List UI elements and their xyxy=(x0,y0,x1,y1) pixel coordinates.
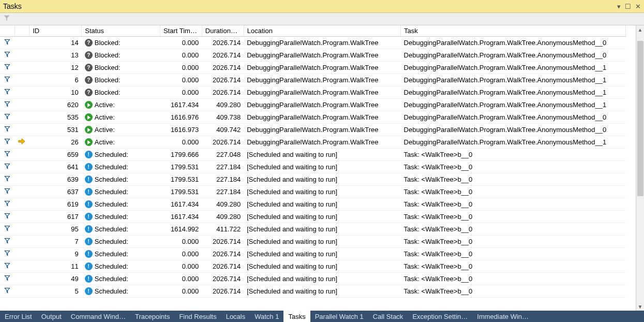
scroll-thumb[interactable] xyxy=(637,41,643,196)
tab-find-results[interactable]: Find Results xyxy=(174,311,221,322)
table-row[interactable]: 531Active:1616.973409.742DebuggingParall… xyxy=(0,124,626,136)
table-row[interactable]: 620Active:1617.434409.280DebuggingParall… xyxy=(0,99,626,111)
col-id[interactable]: ID xyxy=(29,25,82,37)
status-icon xyxy=(85,188,93,196)
flag-icon[interactable] xyxy=(4,262,10,270)
tab-parallel-watch-1[interactable]: Parallel Watch 1 xyxy=(310,311,368,322)
table-row[interactable]: 12Blocked:0.0002026.714DebuggingParallel… xyxy=(0,62,626,74)
tab-error-list[interactable]: Error List xyxy=(0,311,37,322)
flag-icon[interactable] xyxy=(4,151,10,158)
window-options-button[interactable]: ▾ xyxy=(617,3,621,10)
scroll-down-button[interactable]: ▼ xyxy=(636,302,644,311)
table-row[interactable]: 617Scheduled:1617.434409.280[Scheduled a… xyxy=(0,211,626,223)
tab-tasks[interactable]: Tasks xyxy=(283,311,310,322)
table-row[interactable]: 535Active:1616.976409.738DebuggingParall… xyxy=(0,111,626,124)
tab-call-stack[interactable]: Call Stack xyxy=(368,311,408,322)
col-flag[interactable] xyxy=(0,25,14,37)
flag-icon[interactable] xyxy=(4,138,10,146)
tab-output[interactable]: Output xyxy=(37,311,66,322)
table-row[interactable]: 9Scheduled:0.0002026.714[Scheduled and w… xyxy=(0,248,626,260)
cell-id: 95 xyxy=(29,223,82,236)
cell-location: DebuggingParallelWatch.Program.WalkTree xyxy=(244,74,400,86)
maximize-button[interactable]: ☐ xyxy=(625,3,631,10)
table-row[interactable]: 7Scheduled:0.0002026.714[Scheduled and w… xyxy=(0,236,626,248)
table-row[interactable]: 95Scheduled:1614.992411.722[Scheduled an… xyxy=(0,223,626,236)
flag-icon[interactable] xyxy=(4,89,10,96)
cell-start: 1616.973 xyxy=(160,124,202,136)
table-row[interactable]: 10Blocked:0.0002026.714DebuggingParallel… xyxy=(0,86,626,99)
flag-icon[interactable] xyxy=(4,275,10,283)
tab-command-wind[interactable]: Command Wind… xyxy=(66,311,130,322)
flag-icon[interactable] xyxy=(4,213,10,221)
cell-start: 1617.434 xyxy=(160,198,202,211)
table-row[interactable]: 26Active:0.0002026.714DebuggingParallelW… xyxy=(0,136,626,149)
flag-icon[interactable] xyxy=(4,126,10,134)
current-task-icon xyxy=(18,139,25,147)
col-status[interactable]: Status xyxy=(82,25,160,37)
flag-icon[interactable] xyxy=(4,175,10,183)
vertical-scrollbar[interactable]: ▲ ▼ xyxy=(636,25,644,311)
flag-icon[interactable] xyxy=(4,39,10,47)
tab-locals[interactable]: Locals xyxy=(221,311,250,322)
tab-exception-settin[interactable]: Exception Settin… xyxy=(408,311,472,322)
scroll-up-button[interactable]: ▲ xyxy=(636,25,644,34)
close-button[interactable]: ✕ xyxy=(635,3,641,10)
flag-icon[interactable] xyxy=(4,51,10,59)
table-row[interactable]: 641Scheduled:1799.531227.184[Scheduled a… xyxy=(0,161,626,173)
table-row[interactable]: 639Scheduled:1799.531227.184[Scheduled a… xyxy=(0,173,626,186)
table-row[interactable]: 49Scheduled:0.0002026.714[Scheduled and … xyxy=(0,273,626,285)
cell-duration: 227.184 xyxy=(202,186,244,198)
cell-task: Task: <WalkTree>b__0 xyxy=(401,273,626,285)
cell-start: 1799.531 xyxy=(160,186,202,198)
table-row[interactable]: 619Scheduled:1617.434409.280[Scheduled a… xyxy=(0,198,626,211)
col-start[interactable]: Start Tim… xyxy=(160,25,202,37)
flag-icon[interactable] xyxy=(4,163,10,171)
cell-location: [Scheduled and waiting to run] xyxy=(244,186,400,198)
flag-icon[interactable] xyxy=(4,250,10,258)
cell-id: 14 xyxy=(29,37,82,49)
cell-status: Scheduled: xyxy=(85,250,157,258)
tasks-grid[interactable]: ID Status Start Tim… Duration… Location … xyxy=(0,25,636,311)
tab-immediate-win[interactable]: Immediate Win… xyxy=(472,311,533,322)
table-row[interactable]: 14Blocked:0.0002026.714DebuggingParallel… xyxy=(0,37,626,49)
flag-icon[interactable] xyxy=(4,200,10,208)
flag-icon[interactable] xyxy=(4,287,10,295)
cell-status: Scheduled: xyxy=(85,238,157,245)
cell-task: Task: <WalkTree>b__0 xyxy=(401,149,626,161)
title-bar[interactable]: Tasks ▾ ☐ ✕ xyxy=(0,0,644,13)
cell-task: Task: <WalkTree>b__0 xyxy=(401,198,626,211)
tab-watch-1[interactable]: Watch 1 xyxy=(250,311,283,322)
flag-icon[interactable] xyxy=(4,238,10,245)
flag-icon[interactable] xyxy=(4,188,10,196)
cell-location: [Scheduled and waiting to run] xyxy=(244,248,400,260)
table-row[interactable]: 11Scheduled:0.0002026.714[Scheduled and … xyxy=(0,260,626,273)
col-current[interactable] xyxy=(14,25,29,37)
cell-location: DebuggingParallelWatch.Program.WalkTree xyxy=(244,49,400,62)
cell-status: Scheduled: xyxy=(85,188,157,196)
cell-location: [Scheduled and waiting to run] xyxy=(244,198,400,211)
table-row[interactable]: 637Scheduled:1799.531227.184[Scheduled a… xyxy=(0,186,626,198)
cell-start: 0.000 xyxy=(160,136,202,149)
table-row[interactable]: 5Scheduled:0.0002026.714[Scheduled and w… xyxy=(0,285,626,298)
flag-icon[interactable] xyxy=(4,76,10,84)
table-row[interactable]: 13Blocked:0.0002026.714DebuggingParallel… xyxy=(0,49,626,62)
flag-icon[interactable] xyxy=(4,101,10,109)
flag-icon[interactable] xyxy=(4,113,10,121)
cell-location: [Scheduled and waiting to run] xyxy=(244,236,400,248)
cell-id: 5 xyxy=(29,285,82,298)
cell-duration: 227.184 xyxy=(202,173,244,186)
col-duration[interactable]: Duration… xyxy=(202,25,244,37)
tab-tracepoints[interactable]: Tracepoints xyxy=(130,311,174,322)
table-row[interactable]: 659Scheduled:1799.666227.048[Scheduled a… xyxy=(0,149,626,161)
cell-duration: 2026.714 xyxy=(202,285,244,298)
col-task[interactable]: Task xyxy=(401,25,626,37)
flag-icon[interactable] xyxy=(4,225,10,233)
cell-duration: 2026.714 xyxy=(202,136,244,149)
col-location[interactable]: Location xyxy=(244,25,400,37)
cell-id: 659 xyxy=(29,149,82,161)
table-row[interactable]: 6Blocked:0.0002026.714DebuggingParallelW… xyxy=(0,74,626,86)
cell-location: DebuggingParallelWatch.Program.WalkTree xyxy=(244,62,400,74)
flag-icon[interactable] xyxy=(4,64,10,71)
cell-location: [Scheduled and waiting to run] xyxy=(244,161,400,173)
flag-filter-icon[interactable] xyxy=(3,14,10,23)
